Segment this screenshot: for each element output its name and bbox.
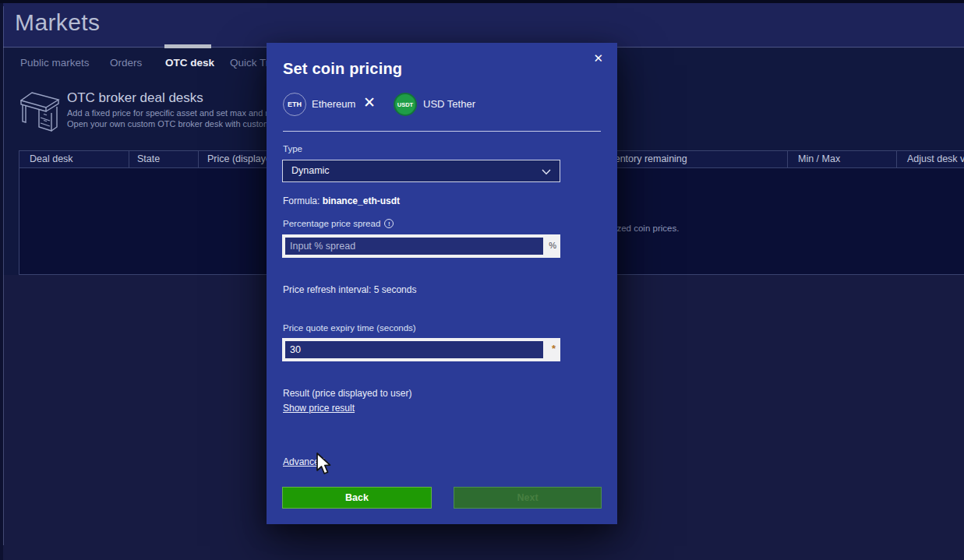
column-state: State [129, 151, 199, 167]
quote-coin-name: USD Tether [423, 98, 475, 110]
percent-suffix: % [549, 241, 556, 250]
close-icon[interactable]: ✕ [593, 51, 603, 65]
page-title: Markets [15, 9, 101, 36]
formula-value: binance_eth-usdt [323, 195, 400, 206]
desk-icon [20, 89, 61, 132]
set-coin-pricing-modal: ✕ Set coin pricing ETH Ethereum ✕ USDT U… [267, 43, 617, 524]
base-coin-name: Ethereum [312, 98, 355, 110]
left-edge-line [3, 6, 4, 545]
show-price-result-link[interactable]: Show price result [283, 403, 355, 414]
result-label: Result (price displayed to user) [283, 388, 411, 399]
column-inventory-remaining: Inventory remaining [595, 151, 788, 167]
active-tab-indicator [164, 44, 211, 48]
column-deal-desk: Deal desk [19, 151, 129, 167]
pair-separator-icon: ✕ [363, 93, 376, 111]
back-button[interactable]: Back [282, 487, 432, 509]
otc-section-title: OTC broker deal desks [67, 90, 203, 106]
tab-otc-desk[interactable]: OTC desk [165, 57, 214, 69]
tab-orders[interactable]: Orders [110, 57, 142, 69]
type-select-value: Dynamic [291, 165, 330, 176]
expiry-label: Price quote expiry time (seconds) [283, 323, 416, 333]
info-icon[interactable]: ! [384, 219, 394, 228]
tab-public-markets[interactable]: Public markets [20, 57, 90, 69]
modal-divider [283, 131, 601, 132]
chevron-down-icon [542, 169, 551, 175]
advanced-link[interactable]: Advanced [283, 456, 324, 467]
spread-input[interactable] [285, 238, 543, 255]
spread-label: Percentage price spread [283, 219, 380, 228]
required-asterisk: * [552, 343, 556, 354]
eth-coin-icon: ETH [283, 93, 306, 116]
type-select[interactable]: Dynamic [282, 160, 560, 182]
formula-label: Formula: [283, 195, 320, 206]
expiry-input-frame: * [282, 338, 560, 361]
spread-input-frame: % [282, 234, 560, 258]
formula-line: Formula: binance_eth-usdt [283, 195, 400, 206]
column-min-max: Min / Max [788, 151, 897, 167]
type-label: Type [283, 144, 302, 153]
markets-page: Markets Public markets Orders OTC desk Q… [0, 0, 964, 560]
usdt-coin-icon: USDT [394, 93, 417, 116]
page-header: Markets [0, 3, 964, 48]
expiry-input[interactable] [285, 341, 543, 358]
modal-title: Set coin pricing [283, 60, 402, 78]
spread-label-row: Percentage price spread ! [283, 219, 394, 228]
column-adjust-desk-value: Adjust desk value [897, 151, 964, 167]
next-button[interactable]: Next [454, 487, 602, 509]
refresh-interval-text: Price refresh interval: 5 seconds [283, 284, 416, 295]
